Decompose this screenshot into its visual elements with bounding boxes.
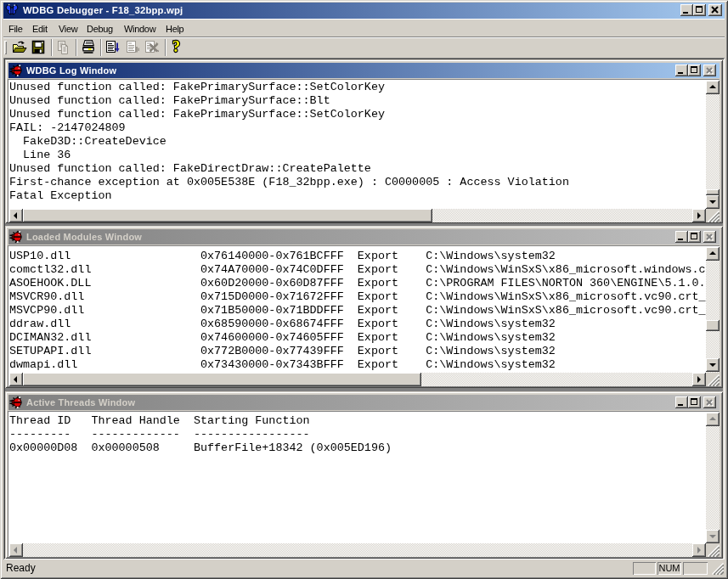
svg-text:?: ? bbox=[172, 38, 180, 55]
